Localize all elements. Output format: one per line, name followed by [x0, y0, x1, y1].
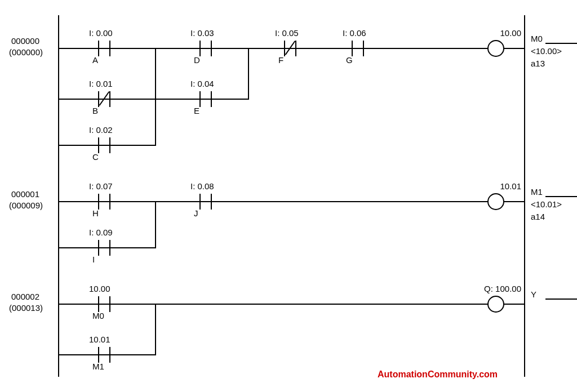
contact-M1 [85, 347, 124, 363]
contact-addr-E: I: 0.04 [190, 79, 214, 88]
contact-C [85, 137, 124, 153]
rung-sub-0: (000000) [9, 47, 43, 57]
out-tag-0: a13 [531, 59, 545, 68]
left-rail [58, 15, 59, 377]
contact-I [85, 240, 124, 256]
contact-M0 [85, 296, 124, 312]
coil-lead-2 [503, 304, 524, 305]
contact-A [85, 41, 124, 56]
rung-sub-1: (000009) [9, 201, 43, 210]
coil-addr-2: Q: 100.00 [465, 284, 521, 293]
ladder-diagram: AutomationCommunity.com 000000(000000)I:… [0, 0, 577, 392]
coil-addr-0: 10.00 [465, 28, 521, 38]
out-name-ul-1 [545, 196, 577, 197]
contact-addr-D: I: 0.03 [190, 28, 214, 38]
contact-name-I: I [92, 255, 95, 264]
contact-J [186, 194, 225, 210]
out-val-1: <10.01> [531, 199, 562, 209]
contact-D [186, 41, 225, 56]
rung-main-1 [58, 201, 524, 202]
contact-name-H: H [92, 208, 99, 218]
out-val-0: <10.00> [531, 46, 562, 56]
contact-addr-C: I: 0.02 [89, 125, 113, 135]
contact-addr-H: I: 0.07 [89, 181, 113, 191]
out-name-ul-0 [545, 43, 577, 44]
contact-E [186, 91, 225, 107]
out-name-1: M1 [531, 187, 543, 197]
branch-v-0-1 [248, 48, 249, 100]
contact-addr-B: I: 0.01 [89, 79, 113, 88]
coil-M0 [487, 40, 504, 57]
contact-name-J: J [194, 208, 198, 218]
out-tag-1: a14 [531, 212, 545, 221]
contact-name-M1: M1 [92, 362, 104, 371]
contact-addr-A: I: 0.00 [89, 28, 113, 38]
branch-v-abc [155, 48, 156, 146]
out-name-2: Y [531, 289, 536, 299]
coil-Y [487, 296, 504, 313]
coil-lead-1 [503, 201, 524, 202]
contact-name-D: D [194, 55, 200, 65]
out-name-0: M0 [531, 34, 543, 43]
out-name-ul-2 [545, 299, 577, 300]
contact-name-G: G [346, 55, 353, 65]
rung-num-1: 000001 [11, 189, 39, 199]
contact-B [85, 91, 124, 107]
rung-sub-2: (000013) [9, 303, 43, 313]
contact-name-A: A [92, 55, 98, 65]
contact-addr-G: I: 0.06 [343, 28, 366, 38]
coil-addr-1: 10.01 [465, 181, 521, 191]
contact-addr-M1: 10.01 [89, 335, 110, 344]
contact-addr-I: I: 0.09 [89, 228, 113, 237]
watermark-text: AutomationCommunity.com [378, 369, 498, 380]
branch-v-1-1 [155, 201, 156, 248]
contact-H [85, 194, 124, 210]
coil-M1 [487, 193, 504, 210]
rung-num-2: 000002 [11, 292, 39, 301]
contact-G [338, 41, 378, 56]
contact-addr-M0: 10.00 [89, 284, 110, 293]
contact-addr-F: I: 0.05 [275, 28, 299, 38]
right-rail [524, 15, 525, 377]
contact-name-B: B [92, 106, 98, 115]
rung-num-0: 000000 [11, 36, 39, 46]
branch-v-2-1 [155, 304, 156, 355]
coil-lead-0 [503, 48, 524, 49]
contact-name-E: E [194, 106, 199, 115]
contact-F [270, 41, 310, 56]
contact-name-C: C [92, 152, 99, 162]
rung-main-2 [58, 304, 524, 305]
contact-name-M0: M0 [92, 311, 104, 320]
contact-addr-J: I: 0.08 [190, 181, 214, 191]
contact-name-F: F [278, 55, 283, 65]
